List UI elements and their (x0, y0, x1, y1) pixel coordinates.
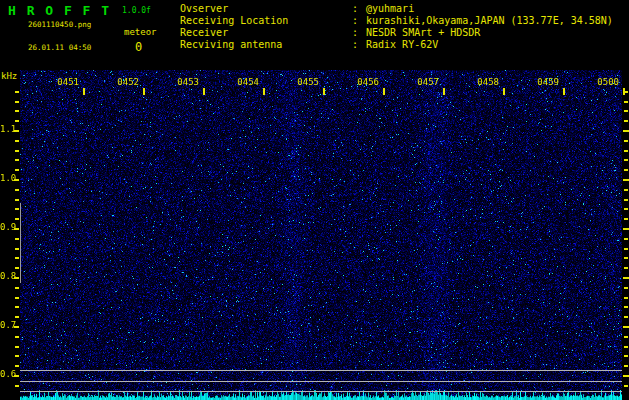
reference-line (20, 391, 622, 392)
station-info-value: NESDR SMArt + HDSDR (366, 27, 480, 38)
time-label: 0457 (407, 77, 439, 87)
freq-minor-tick-left (15, 150, 19, 152)
freq-minor-tick-right (624, 189, 628, 191)
time-tick (143, 88, 145, 95)
freq-minor-tick-right (624, 248, 628, 250)
time-tick (203, 88, 205, 95)
freq-minor-tick-right (624, 150, 628, 152)
freq-major-tick-right (623, 326, 629, 328)
time-label: 0500 (587, 77, 619, 87)
freq-minor-tick-left (15, 365, 19, 367)
station-info-colon: : (352, 3, 358, 14)
freq-minor-tick-left (15, 159, 19, 161)
freq-minor-tick-left (15, 287, 19, 289)
app-title: H R O F F T (8, 3, 111, 18)
time-label: 0452 (107, 77, 139, 87)
freq-minor-tick-left (15, 238, 19, 240)
time-tick (443, 88, 445, 95)
freq-minor-tick-right (624, 159, 628, 161)
freq-major-tick-right (623, 277, 629, 279)
hrofft-screen: H R O F F T 1.0.0f 2601110450.png meteor… (0, 0, 629, 400)
time-label: 0451 (47, 77, 79, 87)
freq-minor-tick-right (624, 306, 628, 308)
freq-major-tick-right (623, 179, 629, 181)
station-info-colon: : (352, 27, 358, 38)
freq-major-tick-left (14, 277, 19, 279)
station-info-colon: : (352, 15, 358, 26)
time-label: 0459 (527, 77, 559, 87)
freq-label: 1.1 (0, 124, 13, 134)
freq-label: 0.7 (0, 320, 13, 330)
station-info-value: Radix RY-62V (366, 39, 438, 50)
freq-axis-unit: kHz (1, 71, 17, 81)
output-filename: 2601110450.png (28, 20, 91, 29)
freq-minor-tick-right (624, 257, 628, 259)
spectrogram-canvas (20, 70, 622, 400)
reference-line (20, 381, 622, 382)
freq-label: 0.9 (0, 222, 13, 232)
station-info-colon: : (352, 39, 358, 50)
freq-minor-tick-right (624, 287, 628, 289)
time-tick (383, 88, 385, 95)
freq-minor-tick-right (624, 355, 628, 357)
freq-minor-tick-left (15, 248, 19, 250)
freq-minor-tick-right (624, 199, 628, 201)
freq-minor-tick-left (15, 140, 19, 142)
freq-minor-tick-right (624, 91, 628, 93)
freq-label: 0.8 (0, 271, 13, 281)
station-info-label: Receiver (180, 27, 228, 38)
freq-minor-tick-left (15, 346, 19, 348)
freq-minor-tick-left (15, 208, 19, 210)
time-label: 0456 (347, 77, 379, 87)
freq-minor-tick-right (624, 385, 628, 387)
mode-label: meteor (124, 27, 157, 37)
freq-minor-tick-right (624, 110, 628, 112)
freq-minor-tick-right (624, 218, 628, 220)
time-label: 0453 (167, 77, 199, 87)
freq-minor-tick-left (15, 297, 19, 299)
freq-major-tick-left (14, 375, 19, 377)
freq-label: 0.6 (0, 369, 13, 379)
freq-minor-tick-right (624, 140, 628, 142)
time-tick (83, 88, 85, 95)
freq-minor-tick-left (15, 101, 19, 103)
level-marker-line (20, 203, 21, 283)
freq-minor-tick-left (15, 169, 19, 171)
time-label: 0454 (227, 77, 259, 87)
freq-minor-tick-left (15, 355, 19, 357)
time-tick (323, 88, 325, 95)
station-info-label: Ovserver (180, 3, 228, 14)
station-info-value: @yuhmari (366, 3, 414, 14)
freq-minor-tick-right (624, 297, 628, 299)
freq-major-tick-left (14, 130, 19, 132)
freq-minor-tick-right (624, 336, 628, 338)
freq-minor-tick-left (15, 91, 19, 93)
time-label: 0458 (467, 77, 499, 87)
station-info-value: kurashiki,Okayama,JAPAN (133.77E, 34.58N… (366, 15, 613, 26)
meteor-count: 0 (135, 40, 142, 54)
freq-minor-tick-right (624, 267, 628, 269)
freq-minor-tick-right (624, 101, 628, 103)
freq-minor-tick-left (15, 336, 19, 338)
freq-minor-tick-left (15, 267, 19, 269)
time-label: 0455 (287, 77, 319, 87)
freq-minor-tick-left (15, 199, 19, 201)
freq-minor-tick-left (15, 189, 19, 191)
freq-major-tick-right (623, 228, 629, 230)
freq-minor-tick-left (15, 110, 19, 112)
freq-minor-tick-right (624, 316, 628, 318)
freq-minor-tick-right (624, 238, 628, 240)
reference-line (20, 370, 622, 371)
freq-minor-tick-left (15, 257, 19, 259)
freq-minor-tick-left (15, 385, 19, 387)
freq-label: 1.0 (0, 173, 13, 183)
time-tick (503, 88, 505, 95)
station-info-label: Receiving Location (180, 15, 288, 26)
freq-minor-tick-left (15, 306, 19, 308)
freq-major-tick-right (623, 130, 629, 132)
freq-minor-tick-right (624, 208, 628, 210)
freq-major-tick-right (623, 375, 629, 377)
app-version: 1.0.0f (122, 6, 151, 15)
freq-minor-tick-left (15, 316, 19, 318)
freq-minor-tick-right (624, 346, 628, 348)
